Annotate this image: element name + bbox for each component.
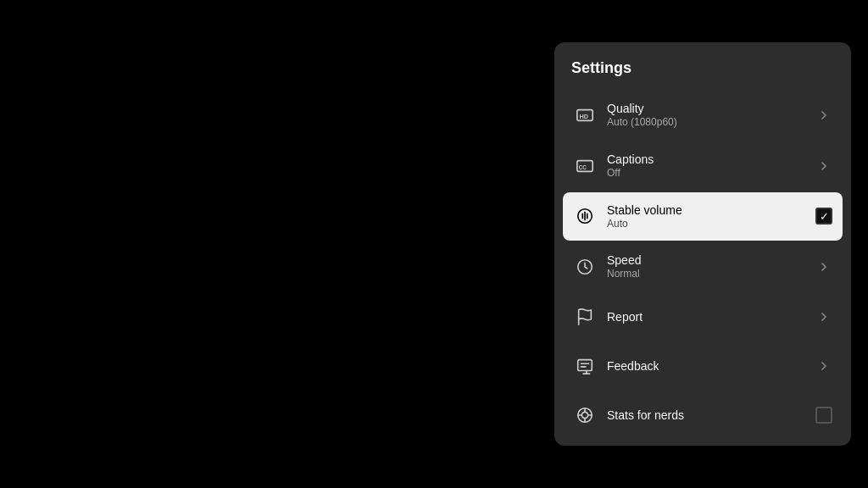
item-label-quality: Quality — [607, 101, 814, 116]
item-right-report — [814, 307, 834, 327]
item-text-feedback: Feedback — [607, 358, 814, 374]
settings-item-feedback[interactable]: Feedback — [563, 342, 843, 390]
svg-rect-7 — [578, 360, 593, 371]
svg-text:HD: HD — [580, 112, 589, 119]
item-right-quality — [814, 105, 834, 125]
item-right-stats — [814, 405, 834, 425]
item-text-captions: Captions Off — [607, 152, 814, 180]
settings-item-quality[interactable]: HD Quality Auto (1080p60) — [563, 91, 843, 140]
flag-icon — [571, 303, 598, 330]
feedback-icon — [571, 352, 598, 380]
item-right-speed — [814, 257, 834, 277]
checkbox-icon — [815, 407, 832, 424]
settings-item-captions[interactable]: CC Captions Off — [563, 141, 843, 191]
settings-item-report[interactable]: Report — [563, 293, 843, 341]
item-text-quality: Quality Auto (1080p60) — [607, 101, 814, 130]
checkbox-checked-icon: ✓ — [815, 208, 832, 225]
settings-panel: Settings HD Quality Auto (1080p60) CC Ca… — [554, 42, 851, 446]
stats-icon — [571, 402, 598, 429]
item-label-stats: Stats for nerds — [607, 408, 814, 423]
item-text-stable-volume: Stable volume Auto — [607, 202, 814, 231]
item-label-report: Report — [607, 309, 814, 324]
item-sublabel-captions: Off — [607, 167, 814, 180]
clock-icon — [571, 253, 598, 280]
item-text-stats: Stats for nerds — [607, 408, 814, 423]
cc-icon: CC — [571, 152, 598, 180]
item-right-captions — [814, 156, 834, 176]
settings-title: Settings — [554, 59, 851, 91]
settings-item-speed[interactable]: Speed Normal — [563, 242, 843, 291]
item-right-feedback — [814, 356, 834, 376]
settings-item-stable-volume[interactable]: Stable volume Auto ✓ — [563, 192, 843, 241]
item-right-stable-volume: ✓ — [814, 206, 834, 226]
svg-text:CC: CC — [579, 164, 587, 169]
item-label-stable-volume: Stable volume — [607, 202, 814, 218]
item-text-speed: Speed Normal — [607, 252, 814, 281]
item-sublabel-stable-volume: Auto — [607, 218, 814, 231]
item-label-captions: Captions — [607, 152, 814, 167]
item-label-feedback: Feedback — [607, 358, 814, 374]
settings-item-stats[interactable]: Stats for nerds — [563, 391, 843, 439]
item-sublabel-quality: Auto (1080p60) — [607, 116, 814, 130]
item-text-report: Report — [607, 309, 814, 324]
item-label-speed: Speed — [607, 252, 814, 268]
item-sublabel-speed: Normal — [607, 268, 814, 281]
stable-volume-icon — [571, 202, 598, 230]
settings-list: HD Quality Auto (1080p60) CC Captions Of… — [554, 91, 851, 439]
hd-icon: HD — [571, 102, 598, 129]
